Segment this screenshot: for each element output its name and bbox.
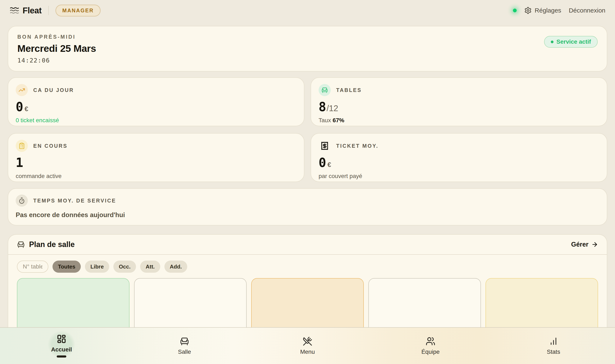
greeting-card: BON APRÈS-MIDI Mercredi 25 Mars 14:22:06…: [8, 26, 607, 71]
stat-head: EN COURS: [16, 140, 296, 152]
stat-subtext: 0 ticket encaissé: [16, 117, 296, 124]
stat-value-row: 8 /12: [319, 100, 599, 114]
floor-plan-title-label: Plan de salle: [29, 240, 75, 249]
service-status-dot: [551, 40, 553, 43]
bottom-navigation: Accueil Salle Menu Équipe Stats: [0, 327, 615, 364]
greeting-text: BON APRÈS-MIDI: [17, 34, 96, 40]
logout-link[interactable]: Déconnexion: [569, 7, 605, 14]
table-search-input[interactable]: [17, 260, 48, 273]
occupancy-rate: 67%: [333, 117, 344, 123]
timer-icon: [16, 195, 28, 207]
gear-icon: [524, 7, 532, 14]
topbar: Fleat MANAGER Réglages Déconnexion: [0, 0, 615, 21]
service-status-label: Service actif: [556, 39, 591, 45]
filter-chip-occ[interactable]: Occ.: [113, 260, 136, 273]
nav-label: Stats: [547, 349, 560, 355]
no-data-message: Pas encore de données aujourd'hui: [16, 211, 599, 219]
bar-chart-icon: [549, 337, 558, 346]
armchair-icon: [319, 84, 331, 96]
nav-item-accueil[interactable]: Accueil: [0, 328, 123, 364]
nav-item-equipe[interactable]: Équipe: [369, 328, 492, 364]
online-status-dot: [513, 9, 517, 12]
stat-label: EN COURS: [33, 143, 68, 149]
stat-unit: /12: [327, 104, 338, 113]
stat-subtext: par couvert payé: [319, 173, 599, 180]
stats-grid: CA DU JOUR 0 € 0 ticket encaissé TABLES: [8, 77, 607, 182]
filter-chip-toutes[interactable]: Toutes: [53, 260, 81, 273]
stat-label: TABLES: [336, 87, 362, 93]
stat-label: TICKET MOY.: [336, 143, 378, 149]
stat-value: 1: [16, 156, 23, 169]
nav-item-salle[interactable]: Salle: [123, 328, 246, 364]
role-badge: MANAGER: [55, 5, 101, 16]
filter-chip-libre[interactable]: Libre: [85, 260, 109, 273]
current-date: Mercredi 25 Mars: [17, 43, 96, 54]
stat-label: CA DU JOUR: [33, 87, 74, 93]
settings-link[interactable]: Réglages: [524, 7, 561, 14]
trending-up-icon: [16, 84, 28, 96]
manage-link[interactable]: Gérer: [571, 241, 598, 248]
filter-chip-add[interactable]: Add.: [164, 260, 187, 273]
main-content: BON APRÈS-MIDI Mercredi 25 Mars 14:22:06…: [0, 26, 615, 364]
topbar-actions: Réglages Déconnexion: [513, 7, 605, 14]
service-time-card: TEMPS MOY. DE SERVICE Pas encore de donn…: [8, 188, 607, 225]
armchair-icon: [180, 337, 189, 346]
settings-label: Réglages: [535, 7, 561, 14]
dashboard-grid-icon: [57, 334, 66, 344]
utensils-crossed-icon: [303, 337, 312, 346]
brand-name: Fleat: [23, 6, 42, 15]
arrow-right-icon: [591, 241, 598, 248]
stat-subtext: Taux 67%: [319, 117, 599, 124]
brand-area: Fleat MANAGER: [10, 5, 101, 16]
logout-label: Déconnexion: [569, 7, 605, 14]
floor-plan-header: Plan de salle Gérer: [8, 235, 607, 254]
nav-label: Menu: [300, 349, 315, 355]
nav-label: Équipe: [421, 349, 439, 355]
stat-value: 0: [16, 100, 23, 114]
stat-unit: €: [25, 105, 28, 113]
vertical-divider: [48, 6, 49, 15]
waves-logo-icon: [10, 6, 19, 15]
stat-card-revenue: CA DU JOUR 0 € 0 ticket encaissé: [8, 77, 304, 126]
stat-subtext: commande active: [16, 173, 296, 180]
stat-head: TICKET MOY.: [319, 140, 599, 152]
floor-plan-title: Plan de salle: [17, 240, 75, 249]
stat-value: 8: [319, 100, 326, 114]
nav-label: Salle: [178, 349, 191, 355]
filter-row: Toutes Libre Occ. Att. Add.: [17, 260, 598, 273]
active-indicator: [57, 355, 66, 358]
nav-item-menu[interactable]: Menu: [246, 328, 369, 364]
stat-value-row: 0 €: [16, 100, 296, 114]
stat-card-average-ticket: TICKET MOY. 0 € par couvert payé: [311, 133, 607, 182]
stat-label: TEMPS MOY. DE SERVICE: [33, 198, 116, 204]
armchair-icon: [17, 241, 25, 248]
stat-value-row: 0 €: [319, 156, 599, 169]
filter-chip-att[interactable]: Att.: [140, 260, 160, 273]
stat-card-tables: TABLES 8 /12 Taux 67%: [311, 77, 607, 126]
stat-value-row: 1: [16, 156, 296, 169]
users-icon: [426, 337, 435, 346]
greeting-block: BON APRÈS-MIDI Mercredi 25 Mars 14:22:06: [17, 34, 96, 64]
clipboard-icon: [16, 140, 28, 152]
occupancy-prefix: Taux: [319, 117, 333, 123]
stat-head: TABLES: [319, 84, 599, 96]
service-status-badge: Service actif: [544, 36, 598, 48]
stat-card-active-orders: EN COURS 1 commande active: [8, 133, 304, 182]
current-time: 14:22:06: [17, 57, 96, 64]
stat-unit: €: [327, 161, 331, 169]
stat-head: TEMPS MOY. DE SERVICE: [16, 195, 599, 207]
stat-value: 0: [319, 156, 326, 169]
manage-label: Gérer: [571, 241, 588, 248]
nav-item-stats[interactable]: Stats: [492, 328, 615, 364]
receipt-dollar-icon: [319, 140, 331, 152]
nav-label: Accueil: [51, 346, 72, 353]
stat-head: CA DU JOUR: [16, 84, 296, 96]
